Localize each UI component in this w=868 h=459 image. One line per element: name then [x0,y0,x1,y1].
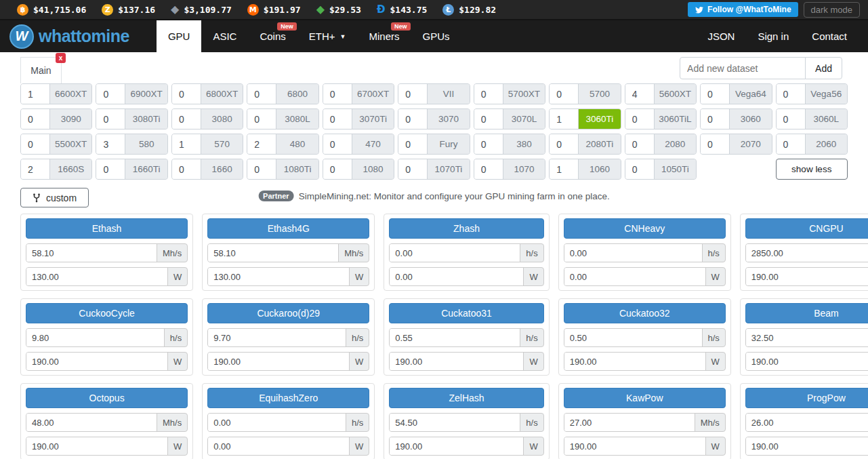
hashrate-input[interactable] [390,414,520,431]
power-input[interactable] [26,437,168,455]
gpu-model-button[interactable]: 5600XT [655,84,696,104]
nav-link-contact[interactable]: Contact [800,20,859,52]
gpu-model-button[interactable]: 1660 [201,159,243,179]
algo-header-button[interactable]: Octopus [26,388,188,408]
add-dataset-input[interactable] [680,57,806,79]
gpu-model-button[interactable]: 2080 [655,134,696,154]
gpu-count-input[interactable] [777,109,806,129]
gpu-model-button[interactable]: 3080 [201,109,243,129]
gpu-model-button[interactable]: 2080Ti [579,134,620,154]
gpu-model-button[interactable]: 5500XT [50,134,91,154]
gpu-model-button[interactable]: 3090 [50,109,91,129]
hashrate-input[interactable] [26,414,157,431]
hashrate-input[interactable] [208,329,346,346]
tab-close-icon[interactable]: x [56,53,66,63]
gpu-count-input[interactable] [398,84,428,104]
algo-header-button[interactable]: EquihashZero [207,388,369,408]
gpu-count-input[interactable] [21,109,50,129]
algo-header-button[interactable]: Zhash [389,218,543,239]
hashrate-input[interactable] [208,244,339,262]
gpu-count-input[interactable] [777,134,806,154]
gpu-count-input[interactable] [172,134,201,154]
gpu-count-input[interactable] [247,159,276,179]
algo-header-button[interactable]: CuckooCycle [26,303,188,323]
gpu-count-input[interactable] [625,134,655,154]
gpu-model-button[interactable]: 6800XT [201,84,243,104]
algo-header-button[interactable]: Cuckaroo(d)29 [207,303,369,323]
gpu-count-input[interactable] [398,159,428,179]
gpu-count-input[interactable] [172,84,201,104]
hashrate-input[interactable] [208,414,346,431]
gpu-count-input[interactable] [172,109,201,129]
gpu-count-input[interactable] [625,84,655,104]
gpu-model-button[interactable]: 3060TiL [655,109,696,129]
gpu-model-button[interactable]: 1080 [352,159,394,179]
gpu-count-input[interactable] [96,84,125,104]
gpu-count-input[interactable] [777,84,806,104]
gpu-model-button[interactable]: Fury [428,134,469,154]
gpu-model-button[interactable]: 3060L [806,109,847,129]
custom-button[interactable]: custom [20,188,89,207]
gpu-model-button[interactable]: 6900XT [125,84,167,104]
add-dataset-button[interactable]: Add [805,57,842,79]
gpu-count-input[interactable] [550,159,579,179]
gpu-model-button[interactable]: 3080L [276,109,318,129]
gpu-model-button[interactable]: Vega56 [806,84,847,104]
gpu-count-input[interactable] [96,159,125,179]
gpu-count-input[interactable] [323,159,352,179]
power-input[interactable] [746,437,868,455]
power-input[interactable] [564,437,706,455]
gpu-model-button[interactable]: 3070L [503,109,545,129]
nav-tab-asic[interactable]: ASIC [201,20,248,52]
hashrate-input[interactable] [26,329,165,346]
hashrate-input[interactable] [746,244,868,262]
gpu-count-input[interactable] [323,109,352,129]
gpu-model-button[interactable]: 3060Ti [579,109,620,129]
gpu-model-button[interactable]: 6700XT [352,84,394,104]
gpu-model-button[interactable]: 5700 [579,84,620,104]
gpu-model-button[interactable]: 1660S [50,159,91,179]
gpu-model-button[interactable]: 1050Ti [655,159,696,179]
algo-header-button[interactable]: CNHeavy [564,218,726,239]
gpu-count-input[interactable] [247,109,276,129]
gpu-count-input[interactable] [323,84,352,104]
gpu-count-input[interactable] [550,84,579,104]
nav-tab-gpus[interactable]: GPUs [411,20,461,52]
nav-tab-miners[interactable]: MinersNew [357,20,411,52]
gpu-model-button[interactable]: 570 [201,134,243,154]
power-input[interactable] [564,353,706,370]
algo-header-button[interactable]: Beam [745,303,868,323]
gpu-model-button[interactable]: 470 [352,134,394,154]
gpu-count-input[interactable] [398,134,428,154]
hashrate-input[interactable] [564,414,695,431]
gpu-model-button[interactable]: 3080Ti [125,109,167,129]
gpu-count-input[interactable] [550,109,579,129]
gpu-model-button[interactable]: 1070Ti [428,159,469,179]
gpu-count-input[interactable] [701,134,730,154]
gpu-count-input[interactable] [474,109,503,129]
show-less-button[interactable]: show less [776,159,848,180]
partner-text[interactable]: SimpleMining.net: Monitor and configure … [299,191,610,201]
gpu-count-input[interactable] [625,109,655,129]
power-input[interactable] [26,268,168,285]
gpu-model-button[interactable]: 1070 [503,159,545,179]
power-input[interactable] [208,353,350,370]
nav-link-json[interactable]: JSON [696,20,746,52]
gpu-model-button[interactable]: 480 [276,134,318,154]
power-input[interactable] [26,353,168,370]
gpu-count-input[interactable] [21,134,50,154]
gpu-count-input[interactable] [96,134,125,154]
nav-tab-coins[interactable]: CoinsNew [248,20,297,52]
algo-header-button[interactable]: ProgPow [745,388,868,408]
gpu-count-input[interactable] [96,109,125,129]
gpu-model-button[interactable]: 3060 [730,109,771,129]
brand-logo[interactable]: W whattomine [9,20,157,52]
power-input[interactable] [390,353,524,370]
gpu-model-button[interactable]: 3070Ti [352,109,394,129]
power-input[interactable] [746,268,868,285]
power-input[interactable] [390,268,524,285]
gpu-model-button[interactable]: 1080Ti [276,159,318,179]
gpu-count-input[interactable] [323,134,352,154]
power-input[interactable] [208,437,350,455]
power-input[interactable] [564,268,706,285]
